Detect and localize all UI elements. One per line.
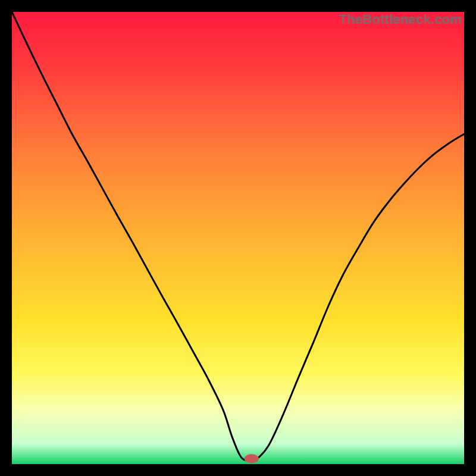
gradient-background xyxy=(12,12,464,464)
watermark-text: TheBottleneck.com xyxy=(339,12,462,27)
bottleneck-chart xyxy=(12,12,464,464)
chart-frame: TheBottleneck.com xyxy=(12,12,464,464)
optimal-point-marker xyxy=(245,454,259,463)
